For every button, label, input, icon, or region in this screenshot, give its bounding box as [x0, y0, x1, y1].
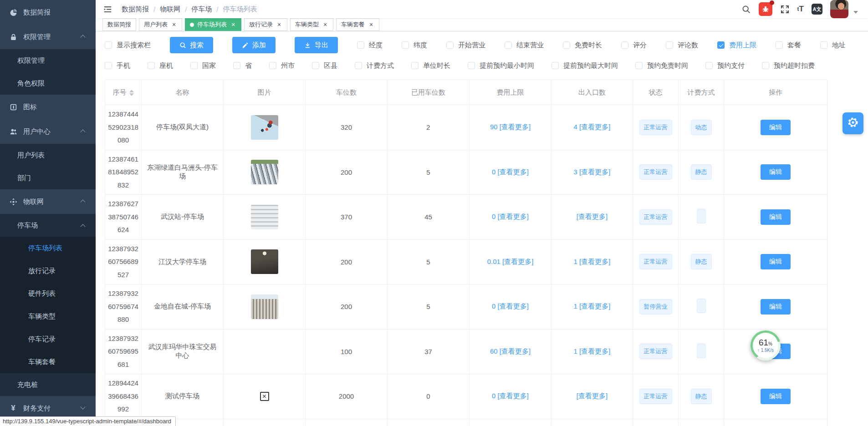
tab-车辆类型[interactable]: 车辆类型× — [290, 18, 333, 31]
cell-gates[interactable]: 5 [查看更多] — [551, 419, 633, 426]
filter-checkbox-地址[interactable]: 地址 — [820, 41, 846, 50]
sidebar-item-停车记录[interactable]: 停车记录 — [0, 328, 96, 350]
cell-gates[interactable]: 1 [查看更多] — [551, 239, 633, 284]
sidebar-item-充电桩[interactable]: 充电桩 — [0, 373, 96, 396]
tab-车辆套餐[interactable]: 车辆套餐× — [336, 18, 379, 31]
checkbox-icon[interactable] — [820, 41, 827, 49]
close-icon[interactable]: × — [230, 21, 236, 28]
filter-checkbox-提前预约最大时间[interactable]: 提前预约最大时间 — [551, 61, 618, 70]
edit-button[interactable]: 编辑 — [761, 254, 791, 269]
error-log-button[interactable] — [759, 2, 772, 16]
sidebar-item-硬件列表[interactable]: 硬件列表 — [0, 282, 96, 305]
cell-fee-limit[interactable]: 0 [查看更多] — [470, 150, 551, 195]
sidebar-item-用户列表[interactable]: 用户列表 — [0, 144, 96, 167]
edit-button[interactable]: 编辑 — [761, 299, 791, 314]
fullscreen-icon[interactable] — [780, 5, 790, 14]
filter-checkbox-手机[interactable]: 手机 — [105, 61, 130, 70]
parking-photo-cars[interactable] — [251, 160, 278, 184]
sidebar-item-部门[interactable]: 部门 — [0, 167, 96, 189]
sort-carets-icon[interactable] — [129, 90, 134, 96]
filter-checkbox-预约免责时间[interactable]: 预约免责时间 — [635, 61, 688, 70]
language-icon[interactable]: A文 — [812, 4, 822, 15]
sidebar-item-权限管理[interactable]: 权限管理 — [0, 49, 96, 72]
checkbox-icon[interactable] — [105, 62, 112, 69]
cell-fee-limit[interactable]: 90 [查看更多] — [470, 105, 551, 150]
filter-checkbox-开始营业[interactable]: 开始营业 — [446, 41, 485, 50]
搜索-button[interactable]: 搜索 — [170, 37, 213, 53]
checkbox-icon[interactable] — [312, 62, 319, 69]
filter-checkbox-预约支付[interactable]: 预约支付 — [705, 61, 745, 70]
checkbox-icon[interactable] — [233, 62, 240, 69]
hamburger-icon[interactable] — [103, 5, 112, 14]
filter-checkbox-提前预约最小时间[interactable]: 提前预约最小时间 — [468, 61, 534, 70]
cell-gates[interactable]: [查看更多] — [551, 195, 633, 240]
filter-checkbox-纬度[interactable]: 纬度 — [402, 41, 427, 50]
cell-fee-limit[interactable]: 0 [查看更多] — [470, 419, 551, 426]
cell-gates[interactable]: 1 [查看更多] — [551, 284, 633, 330]
sidebar-item-用户中心[interactable]: 用户中心 — [0, 119, 96, 144]
filter-checkbox-国家[interactable]: 国家 — [190, 61, 216, 70]
filter-checkbox-预约超时扣费[interactable]: 预约超时扣费 — [762, 61, 815, 70]
checkbox-icon[interactable] — [776, 41, 783, 49]
sidebar-item-权限管理[interactable]: 权限管理 — [0, 25, 96, 49]
sidebar-item-角色权限[interactable]: 角色权限 — [0, 72, 96, 95]
filter-checkbox-显示搜索栏[interactable]: 显示搜索栏 — [105, 41, 151, 50]
sidebar-item-车辆类型[interactable]: 车辆类型 — [0, 305, 96, 328]
search-icon[interactable] — [741, 5, 751, 14]
checkbox-icon[interactable] — [621, 41, 628, 49]
filter-checkbox-州市[interactable]: 州市 — [269, 61, 295, 70]
sidebar-item-车辆套餐[interactable]: 车辆套餐 — [0, 350, 96, 373]
close-icon[interactable]: × — [276, 21, 282, 28]
filter-checkbox-计费方式[interactable]: 计费方式 — [355, 61, 394, 70]
filter-checkbox-省[interactable]: 省 — [233, 61, 252, 70]
sidebar-item-物联网[interactable]: 物联网 — [0, 189, 96, 214]
checkbox-icon[interactable] — [705, 62, 713, 69]
checkbox-icon[interactable] — [551, 62, 559, 69]
checkbox-icon[interactable] — [269, 62, 276, 69]
导出-button[interactable]: 导出 — [295, 37, 338, 53]
close-icon[interactable]: × — [368, 21, 374, 28]
cell-gates[interactable]: 4 [查看更多] — [551, 105, 633, 150]
settings-gear-button[interactable] — [842, 112, 863, 134]
breadcrumb-item[interactable]: 数据简报 — [122, 5, 149, 14]
添加-button[interactable]: 添加 — [232, 37, 276, 53]
user-avatar[interactable] — [830, 0, 848, 18]
cell-fee-limit[interactable]: 60 [查看更多] — [470, 329, 551, 374]
filter-checkbox-免费时长[interactable]: 免费时长 — [563, 41, 602, 50]
checkbox-icon[interactable] — [563, 41, 570, 49]
chevron-down-icon[interactable] — [853, 11, 858, 14]
checkbox-icon[interactable] — [411, 62, 419, 69]
checkbox-icon[interactable] — [402, 41, 409, 49]
filter-checkbox-评分[interactable]: 评分 — [621, 41, 647, 50]
filter-checkbox-结束营业[interactable]: 结束营业 — [505, 41, 544, 50]
cell-fee-limit[interactable]: 0 [查看更多] — [470, 284, 551, 330]
close-icon[interactable]: × — [171, 21, 177, 28]
sidebar-item-停车场[interactable]: 停车场 — [0, 214, 96, 237]
checkbox-icon[interactable] — [357, 41, 364, 49]
filter-checkbox-经度[interactable]: 经度 — [357, 41, 383, 50]
sidebar-item-停车场列表[interactable]: 停车场列表 — [0, 237, 96, 259]
edit-button[interactable]: 编辑 — [761, 120, 791, 135]
edit-button[interactable]: 编辑 — [761, 164, 791, 180]
cell-fee-limit[interactable]: 0 [查看更多] — [470, 195, 551, 240]
column-header-序号[interactable]: 序号 — [105, 80, 142, 105]
text-size-icon[interactable]: tT — [797, 5, 804, 14]
parking-photo-aerial[interactable] — [251, 205, 278, 229]
edit-button[interactable]: 编辑 — [761, 389, 791, 404]
checkbox-icon[interactable] — [505, 41, 512, 49]
parking-photo-garage[interactable] — [251, 249, 278, 274]
checkbox-checked-icon[interactable] — [717, 41, 725, 49]
sidebar-item-放行记录[interactable]: 放行记录 — [0, 259, 96, 282]
checkbox-icon[interactable] — [190, 62, 198, 69]
network-speed-widget[interactable]: 61% ↑ 1.5K/s — [751, 330, 781, 360]
tab-数据简报[interactable]: 数据简报 — [102, 18, 136, 31]
sidebar-item-图标[interactable]: 图标 — [0, 95, 96, 119]
breadcrumb-item[interactable]: 物联网 — [160, 5, 180, 14]
checkbox-icon[interactable] — [105, 41, 112, 49]
checkbox-icon[interactable] — [468, 62, 475, 69]
filter-checkbox-座机[interactable]: 座机 — [148, 61, 173, 70]
filter-checkbox-费用上限[interactable]: 费用上限 — [717, 41, 756, 50]
checkbox-icon[interactable] — [666, 41, 673, 49]
checkbox-icon[interactable] — [355, 62, 362, 69]
breadcrumb-item[interactable]: 停车场 — [191, 5, 212, 14]
